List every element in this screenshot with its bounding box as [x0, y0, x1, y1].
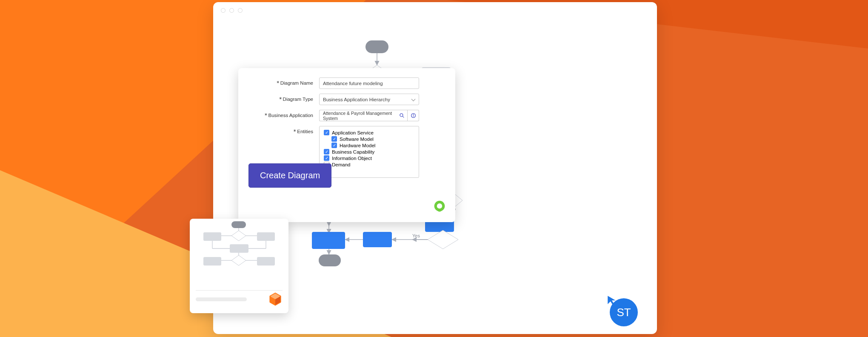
label-diagram-name: Diagram Name	[280, 80, 313, 86]
create-diagram-form: *Diagram Name Attendance future modeling…	[238, 68, 455, 222]
svg-rect-19	[203, 232, 221, 241]
select-diagram-type[interactable]: Business Application Hierarchy	[319, 94, 419, 105]
svg-point-14	[413, 114, 414, 115]
entity-option[interactable]: Demand	[324, 162, 414, 167]
entity-label: Hardware Model	[340, 143, 375, 148]
svg-marker-22	[231, 255, 246, 266]
flow-process-blue[interactable]	[312, 232, 345, 249]
thumbnail-preview	[190, 219, 288, 288]
svg-rect-20	[257, 232, 275, 241]
svg-marker-18	[231, 231, 246, 241]
window-titlebar	[213, 2, 657, 18]
collaborator-avatar[interactable]: ST	[610, 298, 638, 326]
thumbnail-title-placeholder	[196, 297, 247, 301]
chat-widget-icon[interactable]	[431, 199, 448, 215]
divider	[196, 290, 283, 291]
entity-label: Application Service	[332, 130, 374, 135]
flow-decision-4[interactable]	[428, 230, 458, 249]
svg-rect-21	[230, 244, 248, 253]
label-business-application: Business Application	[268, 113, 313, 118]
search-icon	[399, 113, 405, 118]
window-control-close[interactable]	[221, 8, 226, 13]
svg-point-16	[437, 203, 442, 208]
field-business-application: *Business Application Attendance & Payro…	[248, 110, 445, 121]
lookup-search-button[interactable]	[396, 110, 408, 121]
collaborator-cursor: ST	[606, 295, 638, 326]
input-business-application[interactable]: Attendance & Payroll Management System	[319, 110, 396, 121]
svg-line-11	[403, 116, 404, 117]
flow-process-blue[interactable]	[363, 232, 392, 247]
edge-label-yes: Yes	[412, 233, 420, 238]
entity-option[interactable]: ✓Software Model	[324, 136, 414, 142]
entity-label: Information Object	[332, 156, 372, 161]
entity-option[interactable]: ✓Information Object	[324, 155, 414, 161]
svg-rect-24	[257, 257, 275, 266]
field-diagram-name: *Diagram Name Attendance future modeling	[248, 77, 445, 89]
avatar-initials: ST	[617, 306, 631, 319]
entity-option[interactable]: ✓Application Service	[324, 130, 414, 135]
entity-option[interactable]: ✓Hardware Model	[324, 143, 414, 148]
entity-label: Demand	[332, 162, 350, 167]
diagram-thumbnail-card[interactable]	[190, 219, 288, 313]
input-diagram-name[interactable]: Attendance future modeling	[319, 77, 419, 89]
entities-listbox[interactable]: ✓Application Service ✓Software Model ✓Ha…	[319, 126, 419, 178]
flow-start[interactable]	[365, 40, 388, 53]
info-icon	[411, 113, 416, 118]
create-diagram-button[interactable]: Create Diagram	[248, 163, 331, 188]
window-control-zoom[interactable]	[238, 8, 243, 13]
svg-rect-23	[203, 257, 221, 266]
svg-rect-17	[231, 221, 246, 228]
entity-label: Software Model	[340, 137, 374, 142]
field-diagram-type: *Diagram Type Business Application Hiera…	[248, 94, 445, 105]
label-entities: Entities	[297, 129, 313, 134]
lookup-info-button[interactable]	[408, 110, 419, 121]
label-diagram-type: Diagram Type	[283, 97, 313, 102]
entity-label: Business Capability	[332, 149, 374, 154]
checkbox-icon: ✓	[324, 149, 329, 154]
checkbox-icon: ✓	[324, 130, 329, 135]
svg-point-10	[400, 114, 403, 117]
product-logo-icon	[268, 292, 283, 306]
checkbox-icon: ✓	[331, 143, 337, 148]
checkbox-icon: ✓	[331, 136, 337, 142]
checkbox-icon: ✓	[324, 155, 329, 161]
flow-end[interactable]	[319, 254, 341, 266]
entity-option[interactable]: ✓Business Capability	[324, 149, 414, 154]
window-control-minimize[interactable]	[229, 8, 234, 13]
